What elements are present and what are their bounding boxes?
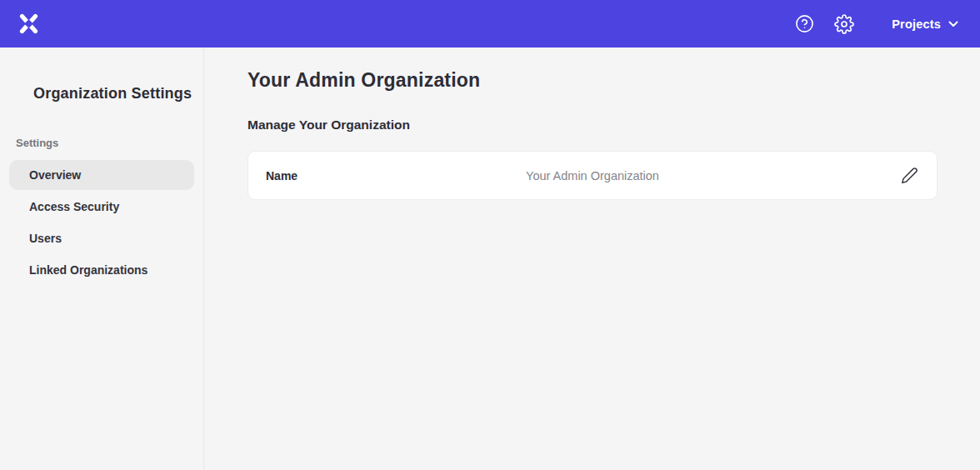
name-label: Name: [266, 169, 298, 182]
projects-menu[interactable]: Projects: [892, 18, 958, 31]
brand-x-logo[interactable]: [17, 12, 40, 36]
page-title: Your Admin Organization: [248, 69, 938, 92]
sidebar-section-label: Settings: [16, 137, 203, 149]
sidebar-item-users[interactable]: Users: [9, 223, 194, 253]
help-button[interactable]: [792, 12, 817, 37]
sidebar: Organization Settings Settings Overview …: [0, 48, 204, 470]
pencil-icon: [901, 167, 918, 184]
gear-icon: [834, 14, 854, 34]
main-content: Your Admin Organization Manage Your Orga…: [205, 48, 980, 470]
chevron-down-icon: [948, 21, 958, 28]
sidebar-item-linked-organizations[interactable]: Linked Organizations: [9, 255, 194, 285]
edit-name-button[interactable]: [899, 166, 919, 186]
sidebar-nav: Overview Access Security Users Linked Or…: [0, 160, 203, 285]
brand-x-logo-glyph: [18, 12, 40, 35]
section-title: Manage Your Organization: [248, 118, 938, 132]
sidebar-item-access-security[interactable]: Access Security: [9, 192, 194, 222]
help-circle-icon: [795, 14, 814, 33]
name-setting-card: Name Your Admin Organization: [248, 151, 938, 200]
sidebar-item-overview[interactable]: Overview: [9, 160, 194, 190]
top-nav-bar: Projects: [0, 0, 980, 48]
name-value: Your Admin Organization: [526, 169, 659, 182]
sidebar-title: Organization Settings: [33, 85, 203, 102]
settings-button[interactable]: [832, 12, 857, 37]
projects-menu-label: Projects: [892, 18, 941, 31]
